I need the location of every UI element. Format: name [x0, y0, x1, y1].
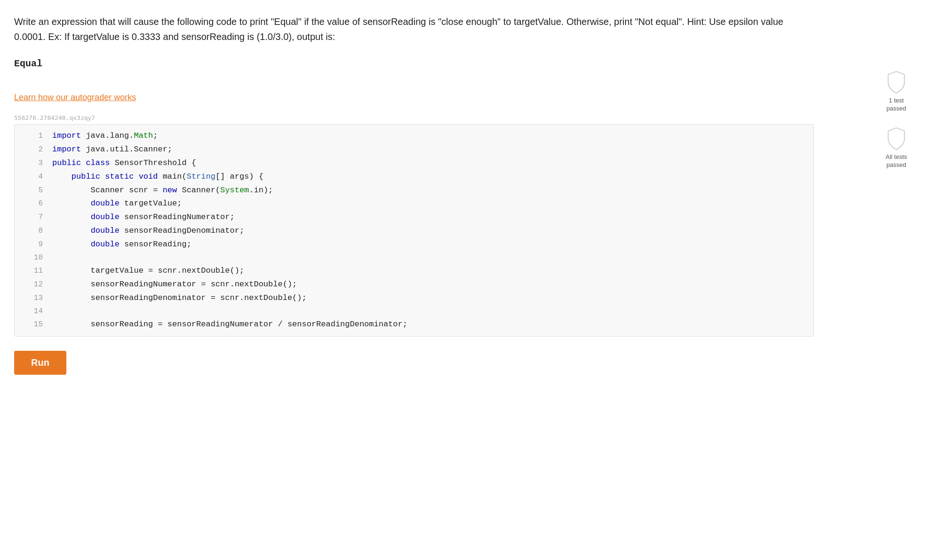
line-number: 12 — [24, 278, 43, 291]
test-1-label: 1 testpassed — [886, 97, 906, 113]
run-button[interactable]: Run — [14, 351, 66, 375]
code-text: sensorReadingNumerator = scnr.nextDouble… — [52, 278, 297, 292]
code-line-13: 13 sensorReadingDenominator = scnr.nextD… — [15, 292, 813, 305]
code-text: double sensorReadingNumerator; — [52, 211, 235, 224]
shield-icon-1 — [886, 71, 907, 94]
shield-icon-all — [886, 127, 907, 150]
line-number: 2 — [24, 143, 43, 156]
line-number: 11 — [24, 265, 43, 277]
line-number: 3 — [24, 157, 43, 170]
output-example: Equal — [14, 58, 814, 69]
code-line-4: 4 public static void main(String[] args)… — [15, 170, 813, 184]
code-line-2: 2 import java.util.Scanner; — [15, 143, 813, 157]
code-line-10: 10 — [15, 252, 813, 264]
test-1-badge: 1 testpassed — [886, 71, 907, 113]
code-line-15: 15 sensorReading = sensorReadingNumerato… — [15, 318, 813, 331]
code-text: public static void main(String[] args) { — [52, 170, 263, 184]
code-text: double sensorReading; — [52, 238, 191, 252]
code-line-6: 6 double targetValue; — [15, 197, 813, 211]
code-text: double sensorReadingDenominator; — [52, 224, 244, 238]
code-line-7: 7 double sensorReadingNumerator; — [15, 211, 813, 224]
code-text: targetValue = scnr.nextDouble(); — [52, 264, 244, 278]
line-number: 9 — [24, 238, 43, 251]
line-number: 7 — [24, 211, 43, 224]
code-line-9: 9 double sensorReading; — [15, 238, 813, 252]
code-line-5: 5 Scanner scnr = new Scanner(System.in); — [15, 184, 813, 197]
code-text: sensorReading = sensorReadingNumerator /… — [52, 318, 407, 331]
code-text: public class SensorThreshold { — [52, 157, 196, 170]
line-number: 13 — [24, 292, 43, 305]
code-line-12: 12 sensorReadingNumerator = scnr.nextDou… — [15, 278, 813, 292]
line-number: 8 — [24, 225, 43, 237]
code-text: import java.lang.Math; — [52, 129, 158, 143]
line-number: 10 — [24, 252, 43, 264]
code-text: import java.util.Scanner; — [52, 143, 172, 157]
code-text: Scanner scnr = new Scanner(System.in); — [52, 184, 273, 197]
line-number: 4 — [24, 171, 43, 183]
code-text: sensorReadingDenominator = scnr.nextDoub… — [52, 292, 307, 305]
line-number: 14 — [24, 305, 43, 318]
code-line-1: 1 import java.lang.Math; — [15, 129, 813, 143]
line-number: 15 — [24, 318, 43, 331]
all-tests-label: All testspassed — [885, 153, 907, 169]
code-line-8: 8 double sensorReadingDenominator; — [15, 224, 813, 238]
problem-description: Write an expression that will cause the … — [14, 14, 814, 44]
code-line-14: 14 — [15, 305, 813, 318]
file-id: 556276.2784240.qx3zqy7 — [14, 114, 814, 121]
code-text: double targetValue; — [52, 197, 182, 211]
line-number: 1 — [24, 130, 43, 142]
code-line-11: 11 targetValue = scnr.nextDouble(); — [15, 264, 813, 278]
test-results-panel: 1 testpassed All testspassed — [870, 14, 922, 546]
all-tests-badge: All testspassed — [885, 127, 907, 169]
code-line-3: 3 public class SensorThreshold { — [15, 157, 813, 170]
line-number: 5 — [24, 184, 43, 197]
code-editor[interactable]: 1 import java.lang.Math; 2 import java.u… — [14, 124, 814, 337]
line-number: 6 — [24, 197, 43, 210]
autograder-link[interactable]: Learn how our autograder works — [14, 93, 136, 103]
